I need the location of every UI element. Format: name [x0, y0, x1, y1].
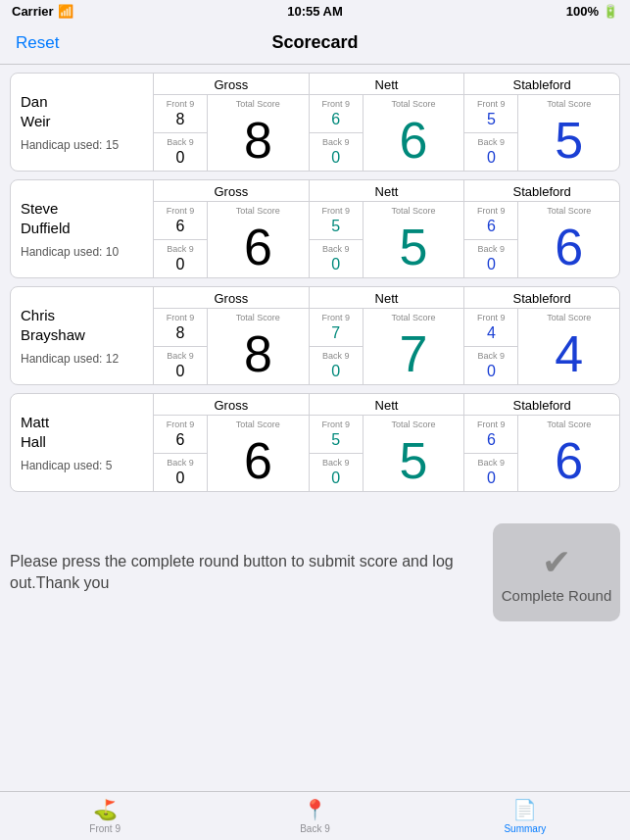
nett-section-3: Nett Front 9 7 Back 9 0 Total Score — [310, 287, 465, 384]
gross-section-4: Gross Front 9 6 Back 9 0 Total Score — [154, 394, 310, 491]
gross-total-4: Total Score 6 — [208, 416, 309, 491]
gross-front9-value-2: 6 — [176, 218, 185, 235]
stableford-back9-value-2: 0 — [487, 256, 496, 273]
stableford-total-value-4: 6 — [555, 435, 583, 486]
nett-row-4: Front 9 5 Back 9 0 Total Score 5 — [310, 416, 464, 491]
nett-back9-3: Back 9 0 — [310, 347, 363, 384]
gross-total-2: Total Score 6 — [208, 202, 309, 277]
nett-total-4: Total Score 5 — [363, 416, 464, 491]
nett-sub-3: Front 9 7 Back 9 0 — [310, 309, 363, 384]
reset-button[interactable]: Reset — [16, 33, 59, 53]
gross-back9-label-4: Back 9 — [167, 458, 194, 468]
stableford-front9-value-4: 6 — [487, 431, 496, 449]
stableford-back9-4: Back 9 0 — [464, 454, 517, 491]
stableford-back9-label-2: Back 9 — [478, 244, 506, 254]
nett-header-3: Nett — [310, 287, 464, 309]
gross-header-2: Gross — [154, 180, 309, 202]
stableford-total-label-3: Total Score — [547, 313, 591, 322]
nav-bar: Reset Scorecard — [0, 22, 630, 65]
gross-total-value-2: 6 — [244, 222, 272, 272]
stableford-back9-label-1: Back 9 — [478, 137, 506, 147]
tab-label-front9: Front 9 — [89, 823, 121, 834]
gross-front9-value-4: 6 — [176, 431, 185, 449]
gross-row-2: Front 9 6 Back 9 0 Total Score 6 — [154, 202, 309, 277]
stableford-back9-3: Back 9 0 — [464, 347, 517, 384]
stableford-header-4: Stableford — [464, 394, 619, 416]
nett-section-4: Nett Front 9 5 Back 9 0 Total Score — [310, 394, 465, 491]
stableford-header-2: Stableford — [464, 180, 619, 202]
nett-row-2: Front 9 5 Back 9 0 Total Score 5 — [310, 202, 464, 277]
nett-sub-4: Front 9 5 Back 9 0 — [310, 416, 363, 491]
nett-front9-1: Front 9 6 — [310, 95, 363, 133]
gross-back9-value-4: 0 — [176, 469, 185, 487]
gross-front9-label-3: Front 9 — [167, 313, 195, 322]
nett-back9-label-4: Back 9 — [322, 458, 350, 468]
stableford-total-4: Total Score 6 — [518, 416, 619, 491]
gross-back9-label-3: Back 9 — [167, 351, 194, 361]
nett-back9-2: Back 9 0 — [310, 240, 363, 277]
stableford-total-value-1: 5 — [555, 115, 583, 166]
complete-round-button[interactable]: ✔ Complete Round — [493, 523, 620, 621]
player-name-1: DanWeir — [21, 92, 143, 130]
stableford-total-label-1: Total Score — [547, 99, 591, 109]
stableford-sub-2: Front 9 6 Back 9 0 — [464, 202, 518, 277]
stableford-section-4: Stableford Front 9 6 Back 9 0 Total Sc — [464, 394, 619, 491]
tab-front9[interactable]: ⛳ Front 9 — [0, 792, 210, 840]
stableford-front9-label-4: Front 9 — [477, 420, 506, 429]
carrier-text: Carrier — [12, 4, 54, 19]
gross-row-1: Front 9 8 Back 9 0 Total Score 8 — [154, 95, 309, 171]
gross-front9-label-1: Front 9 — [167, 99, 195, 109]
gross-back9-label-1: Back 9 — [167, 137, 194, 147]
nett-total-label-3: Total Score — [391, 313, 435, 322]
gross-back9-value-2: 0 — [176, 256, 185, 273]
nett-total-label-1: Total Score — [391, 99, 435, 109]
tab-summary[interactable]: 📄 Summary — [420, 792, 630, 840]
nett-row-3: Front 9 7 Back 9 0 Total Score 7 — [310, 309, 464, 384]
gross-total-label-4: Total Score — [236, 420, 280, 429]
gross-section-3: Gross Front 9 8 Back 9 0 Total Score — [154, 287, 310, 384]
gross-front9-2: Front 9 6 — [154, 202, 207, 240]
scores-area-3: Gross Front 9 8 Back 9 0 Total Score — [153, 287, 619, 384]
stableford-back9-label-4: Back 9 — [478, 458, 506, 468]
gross-back9-value-1: 0 — [176, 149, 185, 167]
nett-front9-value-3: 7 — [331, 324, 340, 342]
nett-front9-4: Front 9 5 — [310, 416, 363, 454]
nett-total-value-1: 6 — [400, 115, 428, 166]
gross-back9-label-2: Back 9 — [167, 244, 194, 254]
stableford-back9-value-3: 0 — [487, 363, 496, 380]
stableford-sub-3: Front 9 4 Back 9 0 — [464, 309, 518, 384]
nett-total-3: Total Score 7 — [363, 309, 464, 384]
player-handicap-4: Handicap used: 5 — [21, 459, 143, 472]
tab-back9[interactable]: 📍 Back 9 — [210, 792, 419, 840]
gross-total-label-3: Total Score — [236, 313, 280, 322]
stableford-sub-1: Front 9 5 Back 9 0 — [464, 95, 518, 171]
player-name-4: MattHall — [21, 413, 143, 451]
stableford-front9-1: Front 9 5 — [464, 95, 517, 133]
gross-sub-1: Front 9 8 Back 9 0 — [154, 95, 208, 171]
gross-header-3: Gross — [154, 287, 309, 309]
gross-front9-label-2: Front 9 — [167, 206, 195, 216]
nett-front9-2: Front 9 5 — [310, 202, 363, 240]
nett-header-1: Nett — [310, 74, 464, 95]
status-time: 10:55 AM — [287, 4, 343, 19]
player-card-2: SteveDuffield Handicap used: 10 Gross Fr… — [10, 179, 620, 278]
stableford-back9-2: Back 9 0 — [464, 240, 517, 277]
player-card-4: MattHall Handicap used: 5 Gross Front 9 … — [10, 393, 620, 492]
stableford-front9-label-2: Front 9 — [477, 206, 506, 216]
nett-total-2: Total Score 5 — [363, 202, 464, 277]
main-content: DanWeir Handicap used: 15 Gross Front 9 … — [0, 65, 630, 508]
player-info-3: ChrisBrayshaw Handicap used: 12 — [11, 287, 153, 384]
gross-total-value-4: 6 — [244, 435, 272, 486]
status-carrier: Carrier 📶 — [12, 4, 73, 19]
nett-front9-value-4: 5 — [331, 431, 340, 449]
gross-back9-2: Back 9 0 — [154, 240, 207, 277]
stableford-row-3: Front 9 4 Back 9 0 Total Score 4 — [464, 309, 619, 384]
battery-icon: 🔋 — [603, 4, 618, 19]
stableford-total-3: Total Score 4 — [518, 309, 619, 384]
gross-sub-2: Front 9 6 Back 9 0 — [154, 202, 208, 277]
page-title: Scorecard — [271, 32, 358, 53]
nett-header-4: Nett — [310, 394, 464, 416]
stableford-header-3: Stableford — [464, 287, 619, 309]
scores-area-2: Gross Front 9 6 Back 9 0 Total Score — [153, 180, 619, 277]
gross-sub-4: Front 9 6 Back 9 0 — [154, 416, 208, 491]
